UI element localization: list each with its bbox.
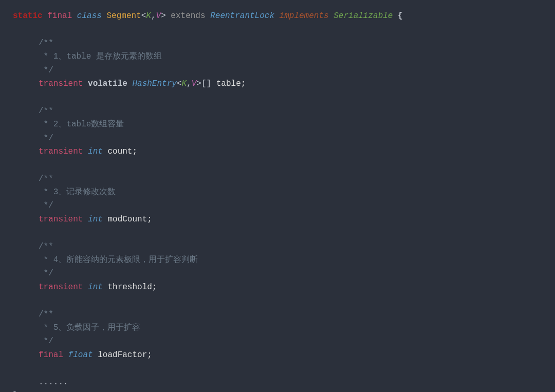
keyword-transient: transient (39, 215, 83, 224)
interface-name: Serializable (334, 11, 393, 21)
generic-open: < (141, 11, 146, 21)
blank-line (13, 362, 555, 375)
comment-line: */ (13, 132, 555, 145)
keyword-static: static (13, 11, 43, 21)
super-class: ReentrantLock (210, 11, 274, 21)
generic-close: > (161, 11, 166, 21)
comment-line: * 3、记录修改次数 (13, 185, 555, 199)
comment-line: /** (13, 36, 555, 50)
var-loadfactor: loadFactor; (93, 350, 152, 360)
var-modcount: modCount; (103, 215, 152, 224)
keyword-float: float (68, 350, 93, 360)
blank-line (13, 158, 555, 172)
keyword-int: int (88, 215, 103, 224)
field-declaration-loadfactor: final float loadFactor; (13, 348, 555, 362)
generic-k: K (146, 11, 151, 21)
comment-line: /** (13, 172, 555, 185)
comment-line: */ (13, 334, 555, 348)
generic-k: K (181, 79, 187, 88)
comment-line: */ (13, 267, 555, 280)
keyword-extends: extends (171, 11, 205, 21)
var-threshold: threshold; (103, 283, 157, 292)
var-count: count; (103, 147, 137, 156)
blank-line (13, 90, 555, 104)
ellipsis: ...... (13, 376, 555, 389)
type-hashentry: HashEntry (132, 79, 176, 88)
keyword-final: final (47, 11, 72, 21)
comment-line: /** (13, 104, 555, 118)
comment-line: */ (13, 199, 555, 212)
keyword-transient: transient (39, 283, 83, 292)
field-declaration-count: transient int count; (13, 145, 555, 158)
keyword-int: int (88, 147, 103, 156)
keyword-implements: implements (280, 11, 329, 21)
comment-line: * 4、所能容纳的元素极限，用于扩容判断 (13, 253, 555, 267)
open-brace: { (398, 11, 403, 21)
comment-line: * 2、table数组容量 (13, 118, 555, 131)
field-declaration-modcount: transient int modCount; (13, 213, 555, 226)
keyword-int: int (88, 283, 103, 292)
generic-comma: , (187, 79, 192, 88)
blank-line (13, 226, 555, 239)
comment-line: * 1、table 是存放元素的数组 (13, 50, 555, 63)
close-brace: } (13, 389, 555, 392)
keyword-transient: transient (39, 147, 83, 156)
keyword-final: final (39, 350, 63, 360)
blank-line (13, 294, 555, 307)
comment-line: /** (13, 240, 555, 253)
generic-v: V (192, 79, 197, 88)
generic-comma: , (151, 11, 156, 21)
keyword-volatile: volatile (88, 79, 127, 88)
code-block: static final class Segment<K,V> extends … (13, 9, 555, 392)
comment-line: * 5、负载因子，用于扩容 (13, 321, 555, 334)
class-declaration: static final class Segment<K,V> extends … (13, 9, 555, 23)
field-declaration-table: transient volatile HashEntry<K,V>[] tabl… (13, 77, 555, 90)
keyword-transient: transient (39, 79, 83, 88)
array-brackets: [] (201, 79, 211, 88)
var-table: table; (211, 79, 246, 88)
generic-close: > (196, 79, 201, 88)
field-declaration-threshold: transient int threshold; (13, 281, 555, 294)
comment-line: /** (13, 308, 555, 321)
class-name: Segment (106, 11, 141, 21)
comment-line: */ (13, 64, 555, 77)
generic-v: V (156, 11, 161, 21)
keyword-class: class (77, 11, 102, 21)
blank-line (13, 23, 555, 36)
